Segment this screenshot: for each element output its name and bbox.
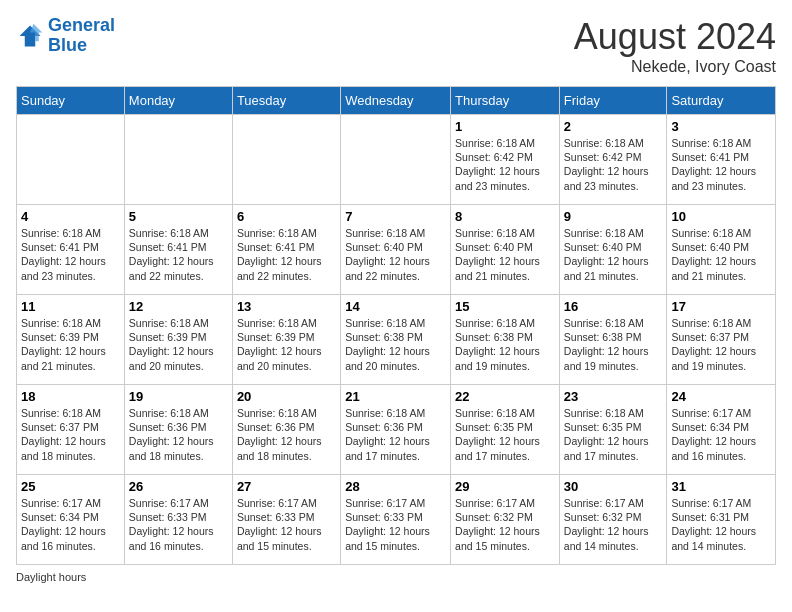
day-cell: 4Sunrise: 6:18 AM Sunset: 6:41 PM Daylig… <box>17 205 125 295</box>
day-info: Sunrise: 6:18 AM Sunset: 6:36 PM Dayligh… <box>237 406 336 463</box>
day-cell: 7Sunrise: 6:18 AM Sunset: 6:40 PM Daylig… <box>341 205 451 295</box>
day-info: Sunrise: 6:18 AM Sunset: 6:41 PM Dayligh… <box>21 226 120 283</box>
day-cell <box>17 115 125 205</box>
day-number: 3 <box>671 119 771 134</box>
day-cell: 19Sunrise: 6:18 AM Sunset: 6:36 PM Dayli… <box>124 385 232 475</box>
day-cell: 28Sunrise: 6:17 AM Sunset: 6:33 PM Dayli… <box>341 475 451 565</box>
day-info: Sunrise: 6:18 AM Sunset: 6:36 PM Dayligh… <box>345 406 446 463</box>
day-cell: 25Sunrise: 6:17 AM Sunset: 6:34 PM Dayli… <box>17 475 125 565</box>
day-number: 8 <box>455 209 555 224</box>
day-cell: 13Sunrise: 6:18 AM Sunset: 6:39 PM Dayli… <box>232 295 340 385</box>
day-cell: 14Sunrise: 6:18 AM Sunset: 6:38 PM Dayli… <box>341 295 451 385</box>
col-header-friday: Friday <box>559 87 667 115</box>
day-number: 20 <box>237 389 336 404</box>
day-number: 14 <box>345 299 446 314</box>
day-info: Sunrise: 6:18 AM Sunset: 6:38 PM Dayligh… <box>455 316 555 373</box>
day-cell: 5Sunrise: 6:18 AM Sunset: 6:41 PM Daylig… <box>124 205 232 295</box>
day-info: Sunrise: 6:18 AM Sunset: 6:42 PM Dayligh… <box>455 136 555 193</box>
day-cell: 9Sunrise: 6:18 AM Sunset: 6:40 PM Daylig… <box>559 205 667 295</box>
logo-icon <box>16 22 44 50</box>
day-cell: 17Sunrise: 6:18 AM Sunset: 6:37 PM Dayli… <box>667 295 776 385</box>
week-row-5: 25Sunrise: 6:17 AM Sunset: 6:34 PM Dayli… <box>17 475 776 565</box>
day-number: 18 <box>21 389 120 404</box>
day-cell <box>232 115 340 205</box>
day-cell: 3Sunrise: 6:18 AM Sunset: 6:41 PM Daylig… <box>667 115 776 205</box>
day-number: 1 <box>455 119 555 134</box>
day-info: Sunrise: 6:17 AM Sunset: 6:32 PM Dayligh… <box>564 496 663 553</box>
day-number: 24 <box>671 389 771 404</box>
week-row-3: 11Sunrise: 6:18 AM Sunset: 6:39 PM Dayli… <box>17 295 776 385</box>
day-info: Sunrise: 6:18 AM Sunset: 6:38 PM Dayligh… <box>345 316 446 373</box>
calendar-header-row: SundayMondayTuesdayWednesdayThursdayFrid… <box>17 87 776 115</box>
day-number: 16 <box>564 299 663 314</box>
day-number: 27 <box>237 479 336 494</box>
day-number: 11 <box>21 299 120 314</box>
day-number: 23 <box>564 389 663 404</box>
day-info: Sunrise: 6:18 AM Sunset: 6:38 PM Dayligh… <box>564 316 663 373</box>
day-number: 22 <box>455 389 555 404</box>
day-number: 13 <box>237 299 336 314</box>
day-cell: 30Sunrise: 6:17 AM Sunset: 6:32 PM Dayli… <box>559 475 667 565</box>
day-number: 25 <box>21 479 120 494</box>
col-header-saturday: Saturday <box>667 87 776 115</box>
footer-note: Daylight hours <box>16 571 776 583</box>
day-cell: 1Sunrise: 6:18 AM Sunset: 6:42 PM Daylig… <box>451 115 560 205</box>
day-number: 7 <box>345 209 446 224</box>
col-header-wednesday: Wednesday <box>341 87 451 115</box>
day-cell: 24Sunrise: 6:17 AM Sunset: 6:34 PM Dayli… <box>667 385 776 475</box>
day-number: 10 <box>671 209 771 224</box>
day-cell: 6Sunrise: 6:18 AM Sunset: 6:41 PM Daylig… <box>232 205 340 295</box>
day-number: 21 <box>345 389 446 404</box>
week-row-4: 18Sunrise: 6:18 AM Sunset: 6:37 PM Dayli… <box>17 385 776 475</box>
day-info: Sunrise: 6:18 AM Sunset: 6:39 PM Dayligh… <box>237 316 336 373</box>
day-info: Sunrise: 6:18 AM Sunset: 6:41 PM Dayligh… <box>129 226 228 283</box>
day-info: Sunrise: 6:18 AM Sunset: 6:37 PM Dayligh… <box>671 316 771 373</box>
day-info: Sunrise: 6:18 AM Sunset: 6:41 PM Dayligh… <box>237 226 336 283</box>
day-number: 5 <box>129 209 228 224</box>
day-cell: 26Sunrise: 6:17 AM Sunset: 6:33 PM Dayli… <box>124 475 232 565</box>
day-info: Sunrise: 6:18 AM Sunset: 6:40 PM Dayligh… <box>671 226 771 283</box>
day-number: 2 <box>564 119 663 134</box>
day-cell: 18Sunrise: 6:18 AM Sunset: 6:37 PM Dayli… <box>17 385 125 475</box>
day-cell: 31Sunrise: 6:17 AM Sunset: 6:31 PM Dayli… <box>667 475 776 565</box>
day-number: 30 <box>564 479 663 494</box>
day-info: Sunrise: 6:17 AM Sunset: 6:33 PM Dayligh… <box>129 496 228 553</box>
page-header: General Blue August 2024 Nekede, Ivory C… <box>16 16 776 76</box>
day-cell: 11Sunrise: 6:18 AM Sunset: 6:39 PM Dayli… <box>17 295 125 385</box>
logo-line2: Blue <box>48 36 115 56</box>
day-number: 17 <box>671 299 771 314</box>
day-number: 19 <box>129 389 228 404</box>
week-row-1: 1Sunrise: 6:18 AM Sunset: 6:42 PM Daylig… <box>17 115 776 205</box>
calendar-table: SundayMondayTuesdayWednesdayThursdayFrid… <box>16 86 776 565</box>
day-cell: 8Sunrise: 6:18 AM Sunset: 6:40 PM Daylig… <box>451 205 560 295</box>
day-number: 9 <box>564 209 663 224</box>
daylight-hours-label: Daylight hours <box>16 571 86 583</box>
day-info: Sunrise: 6:17 AM Sunset: 6:31 PM Dayligh… <box>671 496 771 553</box>
location-subtitle: Nekede, Ivory Coast <box>574 58 776 76</box>
week-row-2: 4Sunrise: 6:18 AM Sunset: 6:41 PM Daylig… <box>17 205 776 295</box>
day-info: Sunrise: 6:18 AM Sunset: 6:42 PM Dayligh… <box>564 136 663 193</box>
col-header-monday: Monday <box>124 87 232 115</box>
day-cell: 27Sunrise: 6:17 AM Sunset: 6:33 PM Dayli… <box>232 475 340 565</box>
col-header-tuesday: Tuesday <box>232 87 340 115</box>
logo-text: General Blue <box>48 16 115 56</box>
day-cell: 2Sunrise: 6:18 AM Sunset: 6:42 PM Daylig… <box>559 115 667 205</box>
day-number: 15 <box>455 299 555 314</box>
day-cell: 21Sunrise: 6:18 AM Sunset: 6:36 PM Dayli… <box>341 385 451 475</box>
day-cell: 12Sunrise: 6:18 AM Sunset: 6:39 PM Dayli… <box>124 295 232 385</box>
day-info: Sunrise: 6:18 AM Sunset: 6:35 PM Dayligh… <box>564 406 663 463</box>
day-info: Sunrise: 6:18 AM Sunset: 6:39 PM Dayligh… <box>21 316 120 373</box>
day-info: Sunrise: 6:17 AM Sunset: 6:33 PM Dayligh… <box>237 496 336 553</box>
day-number: 31 <box>671 479 771 494</box>
day-info: Sunrise: 6:18 AM Sunset: 6:40 PM Dayligh… <box>564 226 663 283</box>
col-header-thursday: Thursday <box>451 87 560 115</box>
day-cell: 15Sunrise: 6:18 AM Sunset: 6:38 PM Dayli… <box>451 295 560 385</box>
day-info: Sunrise: 6:17 AM Sunset: 6:34 PM Dayligh… <box>671 406 771 463</box>
day-number: 29 <box>455 479 555 494</box>
day-cell <box>124 115 232 205</box>
day-info: Sunrise: 6:18 AM Sunset: 6:35 PM Dayligh… <box>455 406 555 463</box>
col-header-sunday: Sunday <box>17 87 125 115</box>
logo-line1: General <box>48 15 115 35</box>
day-cell: 23Sunrise: 6:18 AM Sunset: 6:35 PM Dayli… <box>559 385 667 475</box>
day-info: Sunrise: 6:18 AM Sunset: 6:40 PM Dayligh… <box>345 226 446 283</box>
